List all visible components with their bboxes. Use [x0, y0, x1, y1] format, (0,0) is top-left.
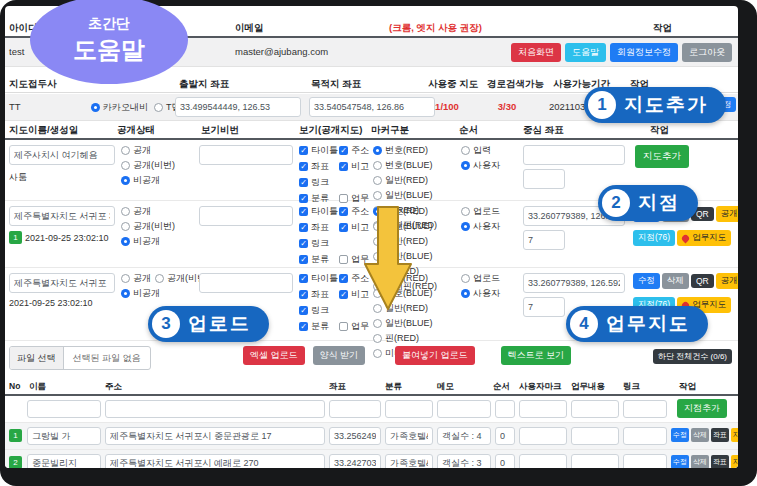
button-QR[interactable]: QR: [691, 274, 714, 288]
checkbox-주소[interactable]: 주소: [339, 144, 375, 157]
checkbox-좌표[interactable]: 좌표: [299, 221, 339, 234]
bottom-count-button[interactable]: 하단 전체건수 (0/6): [653, 349, 732, 364]
radio-비공개[interactable]: 비공개: [121, 174, 175, 187]
button-엑셀 업로드[interactable]: 엑셀 업로드: [243, 346, 305, 365]
checkbox-비고[interactable]: 비고: [339, 160, 375, 173]
radio-업로드[interactable]: 업로드: [461, 205, 500, 218]
radio-공개(비번)[interactable]: 공개(비번): [121, 220, 175, 233]
button-좌표[interactable]: 좌표: [711, 455, 729, 468]
seq-input[interactable]: [523, 297, 565, 317]
button-삭제[interactable]: 삭제: [691, 428, 709, 442]
radio-입력[interactable]: 입력: [461, 144, 500, 157]
point-name-input[interactable]: [27, 454, 101, 468]
map-password-input[interactable]: [199, 145, 293, 165]
point-cat-input[interactable]: [385, 400, 433, 418]
radio-공개[interactable]: 공개: [121, 272, 151, 285]
radio-비공개[interactable]: 비공개: [121, 235, 175, 248]
button-삭제[interactable]: 삭제: [691, 455, 709, 468]
button-도움말[interactable]: 도움말: [565, 43, 606, 62]
radio-일반(RED)[interactable]: 일반(RED): [373, 174, 473, 187]
point-work-input[interactable]: [571, 400, 619, 418]
point-mark-input[interactable]: [519, 454, 567, 468]
button-수정[interactable]: 수정: [671, 455, 689, 468]
button-공개[interactable]: 공개: [716, 206, 738, 222]
button-지도추가[interactable]: 지도추가: [635, 145, 689, 168]
file-picker[interactable]: 파일 선택 선택된 파일 없음: [9, 346, 151, 370]
checkbox-링크[interactable]: 링크: [299, 304, 339, 317]
radio-카카오내비[interactable]: 카카오내비: [91, 101, 148, 114]
seq-input[interactable]: [523, 230, 565, 250]
dest-coord-input[interactable]: [309, 97, 435, 117]
button-양식 받기[interactable]: 양식 받기: [313, 346, 366, 365]
checkbox-분류[interactable]: 분류: [299, 253, 339, 266]
point-cat-input[interactable]: [385, 454, 433, 468]
point-addr-input[interactable]: [105, 400, 325, 418]
button-수정[interactable]: 수정: [671, 428, 689, 442]
map-name-input[interactable]: [9, 206, 115, 226]
checkbox-타이틀[interactable]: 타이틀: [299, 144, 339, 157]
radio-번호(RED)[interactable]: 번호(RED): [373, 144, 473, 157]
checkbox-타이틀[interactable]: 타이틀: [299, 272, 339, 285]
point-order-input[interactable]: [495, 454, 515, 468]
point-memo-input[interactable]: [437, 454, 491, 468]
button-업무지도[interactable]: 업무지도: [677, 230, 731, 246]
radio-업로드[interactable]: 업로드: [461, 272, 500, 285]
point-link-input[interactable]: [623, 400, 667, 418]
point-mark-input[interactable]: [519, 400, 567, 418]
checkbox-좌표[interactable]: 좌표: [299, 288, 339, 301]
point-name-input[interactable]: [27, 400, 101, 418]
button-처음화면[interactable]: 처음화면: [511, 43, 561, 62]
button-삭제[interactable]: 삭제: [662, 273, 689, 289]
point-link-input[interactable]: [623, 454, 667, 468]
checkbox-링크[interactable]: 링크: [299, 176, 339, 189]
checkbox-업무[interactable]: 업무: [339, 320, 375, 333]
point-work-input[interactable]: [571, 427, 619, 445]
file-select-button[interactable]: 파일 선택: [10, 347, 64, 369]
button-회원정보수정[interactable]: 회원정보수정: [610, 43, 678, 62]
point-coord-input[interactable]: [329, 400, 381, 418]
map-password-input[interactable]: [199, 206, 293, 226]
button-지점(76)[interactable]: 지점(76): [633, 230, 675, 246]
point-addr-input[interactable]: [105, 427, 325, 445]
radio-사용자[interactable]: 사용자: [461, 220, 500, 233]
point-name-input[interactable]: [27, 427, 101, 445]
radio-공개(비번)[interactable]: 공개(비번): [121, 159, 175, 172]
seq-input[interactable]: [523, 169, 565, 189]
button-텍스트로 보기[interactable]: 텍스트로 보기: [501, 346, 572, 365]
point-coord-input[interactable]: [329, 454, 381, 468]
checkbox-분류[interactable]: 분류: [299, 320, 339, 333]
radio-비공개[interactable]: 비공개: [121, 287, 209, 300]
center-coord-input[interactable]: [523, 273, 625, 293]
point-coord-input[interactable]: [329, 427, 381, 445]
radio-공개[interactable]: 공개: [121, 205, 175, 218]
map-name-input[interactable]: [9, 145, 115, 165]
checkbox-타이틀[interactable]: 타이틀: [299, 205, 339, 218]
radio-일반(BLUE)[interactable]: 일반(BLUE): [373, 317, 473, 330]
checkbox-링크[interactable]: 링크: [299, 237, 339, 250]
start-coord-input[interactable]: [175, 97, 301, 117]
radio-사용자[interactable]: 사용자: [461, 287, 500, 300]
button-지도[interactable]: 지도: [731, 455, 738, 468]
radio-사용자[interactable]: 사용자: [461, 159, 500, 172]
point-order-input[interactable]: [495, 427, 515, 445]
add-point-button[interactable]: 지점추가: [677, 399, 727, 418]
point-link-input[interactable]: [623, 427, 667, 445]
point-mark-input[interactable]: [519, 427, 567, 445]
button-붙여넣기 업로드[interactable]: 붙여넣기 업로드: [395, 346, 475, 365]
button-공개[interactable]: 공개: [716, 273, 738, 289]
point-addr-input[interactable]: [105, 454, 325, 468]
radio-공개[interactable]: 공개: [121, 144, 175, 157]
button-로그아웃[interactable]: 로그아웃: [682, 43, 732, 62]
map-name-input[interactable]: [9, 273, 115, 293]
button-지도[interactable]: 지도: [731, 428, 738, 442]
point-work-input[interactable]: [571, 454, 619, 468]
map-password-input[interactable]: [199, 273, 293, 293]
button-좌표[interactable]: 좌표: [711, 428, 729, 442]
button-수정[interactable]: 수정: [633, 273, 660, 289]
point-memo-input[interactable]: [437, 400, 491, 418]
point-order-input[interactable]: [495, 400, 515, 418]
point-cat-input[interactable]: [385, 427, 433, 445]
radio-번호(BLUE)[interactable]: 번호(BLUE): [373, 159, 473, 172]
checkbox-좌표[interactable]: 좌표: [299, 160, 339, 173]
center-coord-input[interactable]: [523, 145, 625, 165]
